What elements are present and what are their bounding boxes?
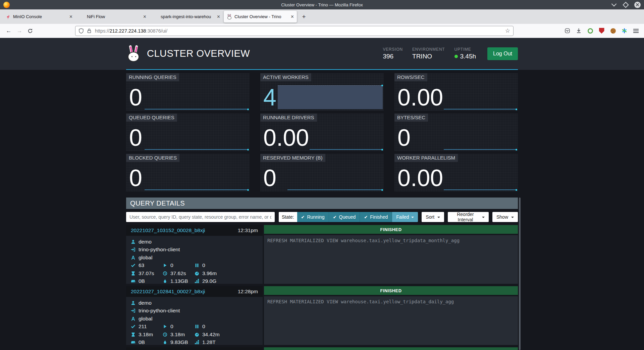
new-tab-button[interactable] — [299, 12, 309, 21]
back-button[interactable] — [3, 26, 14, 36]
extension-green-icon[interactable] — [587, 27, 594, 34]
environment-info: ENVIRONMENT TRINO — [412, 47, 445, 60]
sparkline — [145, 149, 249, 150]
play-icon — [163, 324, 167, 329]
window-close-button[interactable] — [634, 2, 641, 8]
tab-nifi-flow[interactable]: NiFi Flow — [76, 11, 149, 23]
clock-icon — [163, 271, 167, 276]
stat-rows-sec: ROWS/SEC 0.00 — [394, 73, 518, 111]
user-icon — [131, 239, 136, 244]
stat-blocked-queries: BLOCKED QUERIES 0 — [126, 154, 250, 191]
chevron-down-icon — [411, 217, 414, 219]
trino-page: CLUSTER OVERVIEW VERSION 396 ENVIRONMENT… — [0, 38, 644, 350]
sparkline — [310, 149, 383, 150]
query-time: 12:31pm — [238, 227, 258, 233]
show-dropdown[interactable]: Show — [492, 212, 518, 222]
source-signin-icon — [131, 308, 136, 313]
query-search-input[interactable] — [126, 212, 275, 222]
cookie-icon[interactable] — [609, 27, 616, 34]
sparkline — [444, 149, 517, 150]
tab-spark-notebook[interactable]: spark-ingest-into-warehou — [150, 11, 223, 23]
tab-cluster-overview[interactable]: Cluster Overview - Trino — [224, 11, 297, 23]
check-icon: ✔ — [301, 215, 305, 220]
reload-button[interactable] — [25, 26, 36, 36]
spark-icon — [153, 14, 158, 19]
sparkline — [145, 109, 249, 110]
logout-button[interactable]: Log Out — [487, 47, 518, 60]
stat-running-queries: RUNNING QUERIES 0 — [126, 73, 250, 111]
query-id-link[interactable]: 20221027_103152_00028_b8xji — [131, 227, 205, 233]
menu-hamburger-icon[interactable] — [632, 27, 639, 34]
query-row: 20221027_102841_00026_b8xji 12:28pm FINI… — [126, 347, 518, 350]
query-status-badge: FINISHED — [264, 286, 518, 295]
chevron-down-icon — [511, 217, 514, 219]
forward-button[interactable] — [14, 26, 25, 36]
version-info: VERSION 396 — [383, 47, 403, 60]
scrollbar[interactable] — [519, 198, 521, 350]
cluster-stats-grid: RUNNING QUERIES 0 ACTIVE WORKERS 4 ROWS/… — [126, 73, 518, 191]
chevron-down-icon — [482, 217, 485, 219]
check-icon — [131, 263, 136, 268]
hourglass-icon — [131, 271, 136, 276]
lock-icon[interactable] — [87, 28, 92, 34]
firefox-window: Cluster Overview - Trino — Mozilla Firef… — [0, 0, 644, 350]
resource-group-icon — [131, 316, 136, 321]
sparkline-filled — [278, 85, 383, 109]
url-bar[interactable]: https://212.227.224.138:30876/ui/ — [75, 26, 514, 36]
tab-close-icon[interactable] — [291, 14, 294, 19]
flame-icon — [163, 340, 167, 345]
tab-close-icon[interactable] — [143, 14, 146, 19]
sparkline — [444, 109, 517, 110]
query-row: 20221027_102841_00027_b8xji 12:28pm demo… — [126, 286, 518, 345]
ublock-shield-icon[interactable] — [598, 27, 605, 34]
bookmark-star-icon[interactable] — [505, 27, 510, 34]
query-text: REFRESH MATERIALIZED VIEW warehouse.taxi… — [264, 235, 518, 284]
chevron-down-icon — [437, 217, 440, 219]
download-icon[interactable] — [575, 27, 582, 34]
sparkline — [145, 189, 249, 190]
query-status-badge: FINISHED — [264, 225, 518, 234]
window-minimize-button[interactable] — [611, 2, 617, 8]
pocket-icon[interactable] — [564, 27, 571, 34]
window-titlebar: Cluster Overview - Trino — Mozilla Firef… — [0, 0, 644, 9]
sparkline — [444, 189, 517, 190]
filter-failed-dropdown[interactable]: Failed — [392, 212, 418, 222]
filter-running-button[interactable]: ✔ Running — [297, 212, 329, 222]
memory-icon — [131, 279, 136, 283]
reorder-interval-dropdown[interactable]: Reorder Interval — [448, 212, 489, 222]
query-details-header: QUERY DETAILS — [126, 198, 518, 209]
query-text: REFRESH MATERIALIZED VIEW warehouse.taxi… — [264, 296, 518, 345]
clock-icon — [163, 332, 167, 337]
container-pinwheel-icon[interactable] — [621, 27, 628, 34]
uptime-info: UPTIME 3.45h — [454, 47, 476, 60]
cumulative-blocks-icon — [195, 340, 199, 345]
tab-minio-console[interactable]: MinIO Console — [2, 11, 75, 23]
tab-close-icon[interactable] — [217, 14, 220, 19]
play-icon — [163, 263, 167, 268]
hourglass-icon — [131, 332, 136, 337]
query-id-link[interactable]: 20221027_102841_00027_b8xji — [131, 289, 205, 295]
stat-active-workers: ACTIVE WORKERS 4 — [260, 73, 384, 111]
stat-worker-parallelism: WORKER PARALLELISM 0.00 — [394, 154, 518, 191]
gauge-icon — [195, 332, 199, 337]
state-filter-label: State: — [279, 212, 297, 222]
window-maximize-button[interactable] — [623, 2, 629, 8]
filter-finished-button[interactable]: ✔ Finished — [360, 212, 392, 222]
navigation-toolbar: https://212.227.224.138:30876/ui/ — [0, 24, 644, 38]
query-row: 20221027_103152_00028_b8xji 12:31pm demo… — [126, 225, 518, 284]
check-icon — [131, 324, 136, 329]
flame-icon — [163, 279, 167, 283]
filter-queued-button[interactable]: ✔ Queued — [329, 212, 360, 222]
trino-bunny-icon — [227, 14, 232, 19]
url-host: 212.227.224.138 — [110, 28, 146, 34]
stat-reserved-memory: RESERVED MEMORY (B) 0 — [260, 154, 384, 191]
tab-close-icon[interactable] — [69, 14, 72, 19]
tracking-shield-icon[interactable] — [78, 28, 84, 34]
sort-dropdown[interactable]: Sort — [422, 212, 444, 222]
cluster-header: CLUSTER OVERVIEW VERSION 396 ENVIRONMENT… — [0, 38, 644, 70]
url-path: :30876/ui/ — [146, 28, 167, 34]
url-scheme: https:// — [95, 28, 110, 34]
sparkline — [287, 189, 383, 190]
resource-group-icon — [131, 255, 136, 260]
check-icon: ✔ — [364, 215, 368, 220]
